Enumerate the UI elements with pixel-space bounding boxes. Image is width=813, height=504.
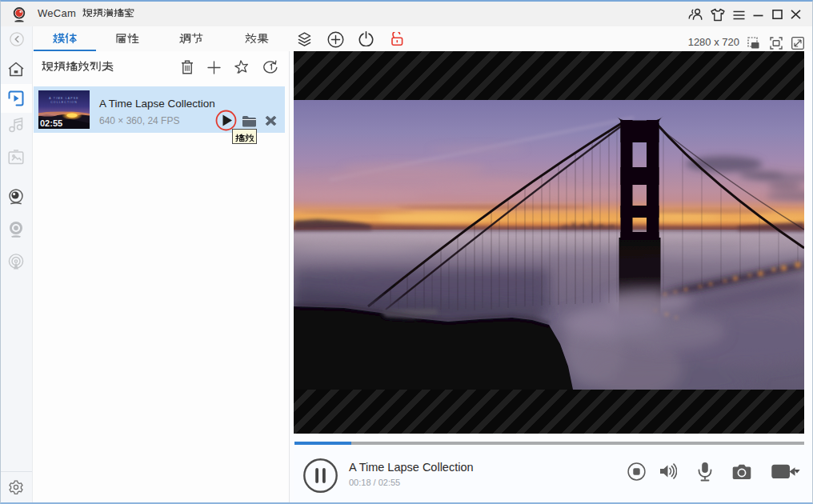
svg-text:COLLECTION: COLLECTION [50,101,78,104]
svg-text:A TIME LAPSE: A TIME LAPSE [49,97,78,100]
svg-text:02:55: 02:55 [40,118,62,128]
